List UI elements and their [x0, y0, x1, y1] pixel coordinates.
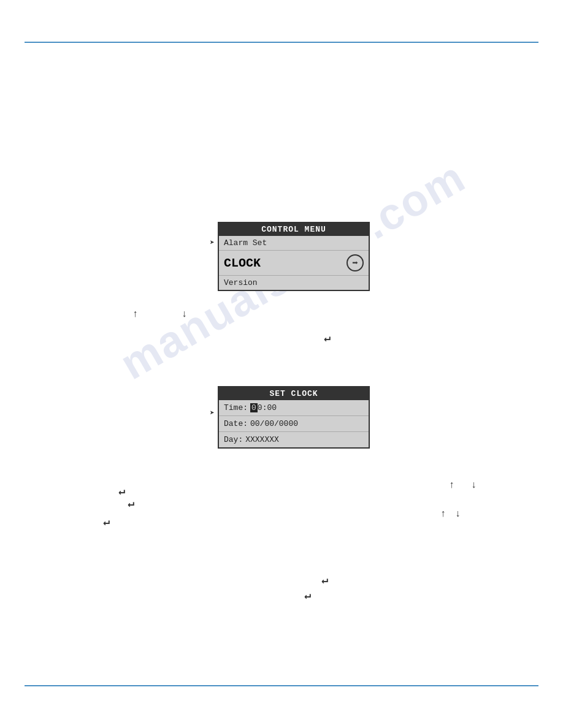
enter-arrow-1[interactable]: ↵: [324, 331, 331, 344]
time-cursor: 0: [250, 403, 258, 412]
enter-arrow-bottom-1[interactable]: ↵: [321, 573, 328, 586]
day-label: Day:: [224, 435, 243, 444]
up-arrow-right-2[interactable]: ↑: [440, 509, 446, 520]
clock-label: CLOCK: [224, 256, 261, 270]
set-clock-pointer-arrow: ➤: [210, 408, 215, 418]
set-clock-title: SET CLOCK: [219, 387, 369, 400]
up-arrow-1[interactable]: ↑: [132, 309, 139, 320]
date-row: Date: 00/00/0000: [219, 415, 369, 431]
day-value: XXXXXXX: [245, 435, 279, 444]
date-label: Date:: [224, 419, 248, 428]
enter-arrow-cluster-2[interactable]: ↵: [128, 496, 134, 510]
up-arrow-right-1[interactable]: ↑: [449, 480, 455, 491]
enter-arrow-cluster-1[interactable]: ↵: [118, 484, 125, 498]
clock-item-selected[interactable]: CLOCK ➡: [219, 250, 369, 276]
menu-pointer-arrow: ➤: [210, 238, 215, 248]
control-menu-box: CONTROL MENU Alarm Set CLOCK ➡ Version: [218, 222, 370, 291]
enter-arrow-bottom-2[interactable]: ↵: [304, 588, 311, 602]
version-item[interactable]: Version: [219, 276, 369, 290]
alarm-set-item[interactable]: Alarm Set: [219, 236, 369, 250]
down-arrow-1[interactable]: ↓: [182, 309, 188, 320]
arrow-right-icon: ➡: [347, 254, 364, 271]
bottom-border-line: [25, 685, 538, 686]
day-row: Day: XXXXXXX: [219, 431, 369, 447]
down-arrow-right-1[interactable]: ↓: [471, 480, 477, 491]
down-arrow-right-2[interactable]: ↓: [455, 509, 461, 520]
time-label: Time:: [224, 403, 248, 412]
set-clock-box: SET CLOCK Time: 00:00 Date: 00/00/0000 D…: [218, 386, 370, 449]
date-value: 00/00/0000: [250, 419, 298, 428]
time-row: Time: 00:00: [219, 400, 369, 415]
top-border-line: [25, 42, 538, 43]
enter-arrow-cluster-3[interactable]: ↵: [103, 515, 110, 528]
time-value-rest: 0:00: [258, 403, 277, 412]
control-menu-title: CONTROL MENU: [219, 223, 369, 236]
